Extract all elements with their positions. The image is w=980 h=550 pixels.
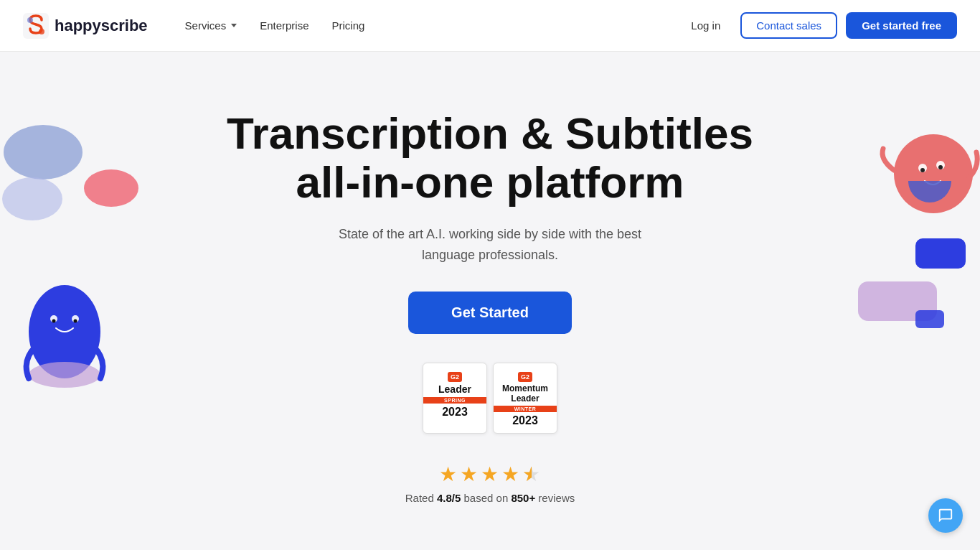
chat-widget[interactable] xyxy=(928,498,963,533)
svg-point-12 xyxy=(894,134,973,213)
badge-leader: G2 Leader SPRING 2023 xyxy=(423,363,487,434)
svg-point-6 xyxy=(29,285,100,378)
svg-point-10 xyxy=(74,320,77,323)
nav-services[interactable]: Services xyxy=(176,15,246,36)
rating-score: 4.8/5 xyxy=(437,492,461,504)
badge-momentum-title: Momentum Leader xyxy=(498,383,552,404)
svg-point-1 xyxy=(27,17,33,23)
left-illustration xyxy=(0,123,158,396)
svg-point-16 xyxy=(938,165,943,169)
hero-title: Transcription & Subtitles all-in-one pla… xyxy=(227,109,753,207)
svg-point-11 xyxy=(29,362,100,388)
contact-sales-button[interactable]: Contact sales xyxy=(740,12,837,39)
g2-badges: G2 Leader SPRING 2023 G2 Momentum Leader… xyxy=(423,363,557,434)
svg-point-13 xyxy=(918,164,927,172)
star-2: ★ xyxy=(460,462,478,486)
hero-subtitle: State of the art A.I. working side by si… xyxy=(325,224,655,266)
nav-enterprise[interactable]: Enterprise xyxy=(251,15,317,36)
g2-label-1: G2 xyxy=(448,372,462,382)
svg-point-7 xyxy=(50,315,57,322)
badge-leader-season: SPRING xyxy=(423,397,486,404)
get-started-button[interactable]: Get Started xyxy=(408,292,572,334)
badge-momentum: G2 Momentum Leader WINTER 2023 xyxy=(493,363,557,434)
badge-leader-year: 2023 xyxy=(428,406,482,419)
rating-text: Rated 4.8/5 based on 850+ reviews xyxy=(405,492,575,504)
login-button[interactable]: Log in xyxy=(679,14,732,37)
svg-point-5 xyxy=(2,177,62,220)
chat-icon xyxy=(938,508,953,523)
svg-point-4 xyxy=(84,169,138,207)
logo[interactable]: happyscribe xyxy=(23,13,148,39)
nav-links: Services Enterprise Pricing xyxy=(176,15,374,36)
svg-point-9 xyxy=(52,320,56,323)
logo-text: happyscribe xyxy=(55,17,148,35)
badge-leader-title: Leader xyxy=(428,383,482,395)
hero-section: Transcription & Subtitles all-in-one pla… xyxy=(0,52,980,550)
deco-left xyxy=(0,123,158,396)
star-3: ★ xyxy=(481,462,499,486)
navbar: happyscribe Services Enterprise Pricing … xyxy=(0,0,980,52)
star-4: ★ xyxy=(501,462,519,486)
svg-point-14 xyxy=(936,161,945,169)
nav-left: happyscribe Services Enterprise Pricing xyxy=(23,13,373,39)
rating-section: ★ ★ ★ ★ ★ ★ Rated 4.8/5 based on 850+ re… xyxy=(405,462,575,504)
svg-rect-18 xyxy=(858,281,937,321)
badge-momentum-year: 2023 xyxy=(498,414,552,427)
chevron-icon xyxy=(231,24,237,27)
svg-point-8 xyxy=(72,315,79,322)
g2-label-2: G2 xyxy=(518,372,532,382)
svg-rect-19 xyxy=(915,310,944,328)
nav-right: Log in Contact sales Get started free xyxy=(679,12,957,39)
star-rating: ★ ★ ★ ★ ★ ★ xyxy=(439,462,540,486)
svg-point-15 xyxy=(920,168,925,172)
svg-point-3 xyxy=(4,125,83,180)
deco-right xyxy=(822,123,980,396)
right-illustration xyxy=(822,123,980,396)
star-1: ★ xyxy=(439,462,457,486)
nav-pricing[interactable]: Pricing xyxy=(324,15,374,36)
logo-icon xyxy=(23,13,49,39)
review-count: 850+ xyxy=(511,492,535,504)
badge-momentum-season: WINTER xyxy=(494,406,557,412)
svg-point-2 xyxy=(39,29,44,34)
get-started-free-button[interactable]: Get started free xyxy=(846,12,957,39)
svg-rect-17 xyxy=(915,238,966,269)
star-5: ★ ★ xyxy=(522,462,540,486)
